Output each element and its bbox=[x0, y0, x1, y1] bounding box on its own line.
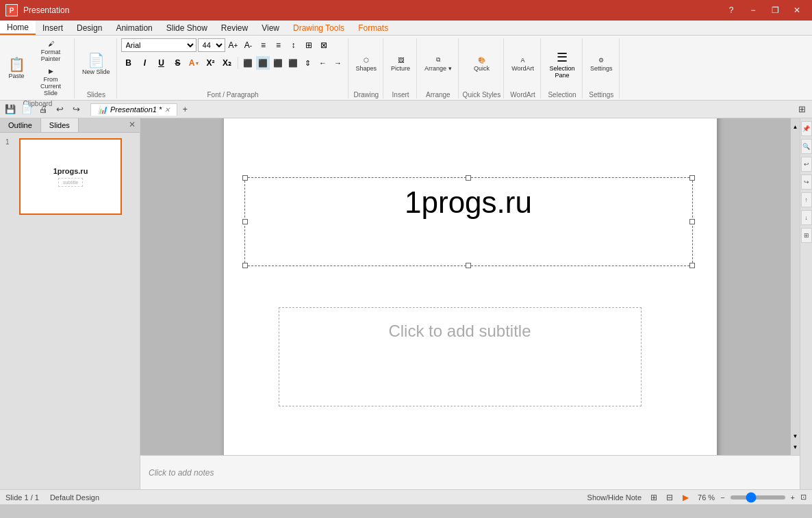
slide-sorter-button[interactable]: ⊟ bbox=[663, 492, 676, 503]
show-hide-note-button[interactable]: Show/Hide Note bbox=[587, 493, 642, 502]
new-doc-button[interactable]: 📄 bbox=[19, 103, 34, 116]
strikethrough-button[interactable]: S bbox=[170, 55, 186, 70]
settings-button[interactable]: ⚙ Settings bbox=[587, 55, 616, 74]
right-icon-1[interactable]: 📌 bbox=[801, 121, 812, 136]
scroll-end[interactable]: ▼ bbox=[791, 444, 800, 450]
picture-button[interactable]: 🖼 Picture bbox=[388, 55, 414, 74]
handle-mr[interactable] bbox=[689, 219, 695, 224]
title-textbox[interactable]: 1progs.ru bbox=[244, 177, 693, 266]
menu-review[interactable]: Review bbox=[214, 21, 255, 35]
right-icon-6[interactable]: ↓ bbox=[801, 210, 812, 225]
zoom-in-icon[interactable]: + bbox=[791, 493, 795, 502]
menu-drawing-tools[interactable]: Drawing Tools bbox=[286, 21, 351, 35]
doc-tab-presentation1[interactable]: 📊 Presentation1 * ✕ bbox=[90, 103, 177, 116]
bold-button[interactable]: B bbox=[121, 55, 136, 70]
shapes-button[interactable]: ⬡ Shapes bbox=[353, 55, 381, 74]
text-direction-button[interactable]: ⇕ bbox=[301, 56, 315, 70]
new-slide-button[interactable]: 📄 New Slide bbox=[79, 51, 114, 77]
handle-ml[interactable] bbox=[242, 219, 248, 224]
quickstyles-button[interactable]: 🎨 Quick bbox=[469, 55, 494, 74]
menu-design[interactable]: Design bbox=[70, 21, 109, 35]
slide-thumbnail-1[interactable]: 1 1progs.ru subtitle bbox=[5, 138, 134, 215]
numbered-button[interactable]: ≡ bbox=[272, 38, 286, 52]
scroll-down[interactable]: ▼ bbox=[791, 433, 800, 439]
zoom-out-icon[interactable]: − bbox=[720, 493, 724, 502]
menu-home[interactable]: Home bbox=[0, 21, 36, 35]
handle-br[interactable] bbox=[689, 263, 695, 268]
restore-button[interactable]: − bbox=[744, 3, 763, 17]
bullets-button[interactable]: ≡ bbox=[257, 38, 270, 52]
font-size-select[interactable]: 44 bbox=[198, 38, 225, 52]
slide-title-text[interactable]: 1progs.ru bbox=[245, 178, 692, 228]
save-button[interactable]: 💾 bbox=[3, 103, 18, 116]
handle-bl[interactable] bbox=[242, 263, 248, 268]
slide-thumb-image[interactable]: 1progs.ru subtitle bbox=[19, 138, 122, 215]
notes-placeholder: Click to add notes bbox=[149, 468, 214, 478]
shrink-font-button[interactable]: A- bbox=[242, 38, 255, 52]
slide-canvas[interactable]: 1progs.ru Click to add subtitle bbox=[224, 118, 717, 455]
zoom-fit-button[interactable]: ⊡ bbox=[800, 493, 807, 502]
indent-inc-button[interactable]: → bbox=[331, 56, 345, 70]
selection-pane-button[interactable]: ☰ SelectionPane bbox=[545, 48, 579, 81]
arrange-icon: ⧉ bbox=[436, 56, 440, 64]
arrange-button[interactable]: ⧉ Arrange ▾ bbox=[421, 54, 455, 74]
tab-slides[interactable]: Slides bbox=[41, 118, 79, 132]
paste-button[interactable]: 📋 Paste bbox=[4, 55, 29, 81]
menu-animation[interactable]: Animation bbox=[109, 21, 159, 35]
undo-button[interactable]: ↩ bbox=[52, 103, 67, 116]
help-button[interactable]: ? bbox=[722, 3, 741, 17]
right-icon-4[interactable]: ↪ bbox=[801, 174, 812, 190]
slide-canvas-wrapper[interactable]: 1progs.ru Click to add subtitle ▲ ▼ ▼ bbox=[140, 118, 800, 455]
handle-bc[interactable] bbox=[466, 263, 471, 268]
new-tab-button[interactable]: + bbox=[177, 103, 192, 116]
sidebar-close-button[interactable]: ✕ bbox=[125, 118, 140, 132]
expand-button[interactable]: ⊞ bbox=[794, 103, 809, 116]
menu-formats[interactable]: Formats bbox=[351, 21, 395, 35]
col-button[interactable]: ⊞ bbox=[302, 38, 316, 52]
wordart-button[interactable]: A WordArt bbox=[508, 55, 537, 74]
notes-area[interactable]: Click to add notes bbox=[140, 455, 800, 489]
close-button[interactable]: ✕ bbox=[787, 3, 807, 17]
align-center-button[interactable]: ⬛ bbox=[256, 56, 270, 70]
from-current-slide-button[interactable]: ▶ From Current Slide bbox=[30, 66, 71, 99]
slideshow-button[interactable]: ▶ bbox=[678, 492, 692, 503]
maximize-button[interactable]: ❐ bbox=[765, 3, 785, 17]
italic-button[interactable]: I bbox=[138, 55, 153, 70]
superscript-button[interactable]: X² bbox=[203, 55, 218, 70]
underline-button[interactable]: U bbox=[154, 55, 169, 70]
tab-outline[interactable]: Outline bbox=[0, 118, 41, 132]
slide-subtitle-placeholder[interactable]: Click to add subtitle bbox=[279, 308, 641, 354]
ribbon-group-clipboard: 📋 Paste 🖌 Format Painter ▶ From Current … bbox=[1, 38, 75, 99]
scrollbar-vertical[interactable]: ▲ ▼ ▼ bbox=[790, 118, 800, 455]
menu-view[interactable]: View bbox=[255, 21, 286, 35]
format-painter-button[interactable]: 🖌 Format Painter bbox=[30, 38, 71, 64]
font-color-button[interactable]: A▼ bbox=[187, 55, 202, 70]
scroll-up[interactable]: ▲ bbox=[791, 124, 800, 129]
redo-button[interactable]: ↪ bbox=[68, 103, 84, 116]
selection-pane-icon: ☰ bbox=[557, 50, 568, 65]
right-icon-3[interactable]: ↩ bbox=[801, 157, 812, 172]
normal-view-button[interactable]: ⊞ bbox=[647, 492, 661, 503]
handle-tl[interactable] bbox=[242, 175, 248, 181]
justify-button[interactable]: ⬛ bbox=[286, 56, 300, 70]
align-left-button[interactable]: ⬛ bbox=[241, 56, 255, 70]
print-button[interactable]: 🖨 bbox=[36, 103, 51, 116]
cols-button[interactable]: ⊠ bbox=[317, 38, 331, 52]
handle-tc[interactable] bbox=[466, 175, 471, 181]
right-icon-5[interactable]: ↑ bbox=[801, 192, 812, 207]
doc-tab-close[interactable]: ✕ bbox=[164, 106, 170, 114]
subtitle-textbox[interactable]: Click to add subtitle bbox=[279, 307, 642, 406]
handle-tr[interactable] bbox=[689, 175, 695, 181]
zoom-slider[interactable] bbox=[731, 495, 785, 500]
doc-tab-label: Presentation1 * bbox=[110, 105, 162, 114]
right-icon-7[interactable]: ⊞ bbox=[801, 228, 812, 243]
align-right-button[interactable]: ⬛ bbox=[271, 56, 285, 70]
linesp-button[interactable]: ↕ bbox=[287, 38, 301, 52]
menu-insert[interactable]: Insert bbox=[36, 21, 70, 35]
indent-dec-button[interactable]: ← bbox=[316, 56, 330, 70]
font-family-select[interactable]: Arial bbox=[121, 38, 196, 52]
right-icon-2[interactable]: 🔍 bbox=[801, 139, 812, 154]
subscript-button[interactable]: X₂ bbox=[220, 55, 235, 70]
grow-font-button[interactable]: A+ bbox=[227, 38, 240, 52]
menu-slideshow[interactable]: Slide Show bbox=[160, 21, 214, 35]
